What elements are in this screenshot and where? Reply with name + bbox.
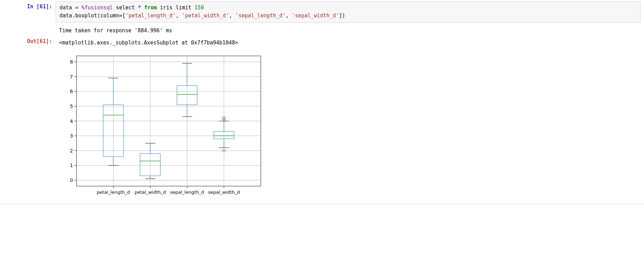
svg-text:petal_length_d: petal_length_d bbox=[97, 190, 130, 195]
output-cell: Out[61]: <matplotlib.axes._subplots.Axes… bbox=[0, 35, 644, 47]
cell-divider bbox=[0, 204, 644, 204]
svg-text:petal_width_d: petal_width_d bbox=[135, 190, 166, 195]
stdout-text: Time taken for response '884.996' ms bbox=[56, 24, 641, 35]
input-prompt: In [61]: bbox=[3, 1, 56, 10]
stdout-cell: Time taken for response '884.996' ms bbox=[0, 23, 644, 35]
plot-cell: 012345678petal_length_dpetal_width_dsepa… bbox=[0, 47, 644, 201]
svg-text:6: 6 bbox=[70, 89, 73, 94]
svg-text:4: 4 bbox=[70, 118, 73, 124]
code-line-2: data.boxplot(column=['petal_length_d', '… bbox=[59, 12, 637, 20]
input-cell: In [61]: data = %fusionsql select * from… bbox=[0, 0, 644, 23]
svg-text:2: 2 bbox=[70, 148, 73, 153]
boxplot-figure: 012345678petal_length_dpetal_width_dsepa… bbox=[56, 48, 268, 201]
svg-text:7: 7 bbox=[70, 74, 73, 80]
code-input[interactable]: data = %fusionsql select * from iris lim… bbox=[56, 1, 641, 23]
boxplot-svg: 012345678petal_length_dpetal_width_dsepa… bbox=[59, 52, 268, 198]
svg-text:5: 5 bbox=[70, 103, 73, 109]
svg-text:3: 3 bbox=[70, 133, 73, 139]
svg-text:1: 1 bbox=[70, 163, 73, 168]
svg-text:8: 8 bbox=[70, 59, 73, 65]
output-prompt: Out[61]: bbox=[3, 36, 56, 44]
svg-text:0: 0 bbox=[70, 177, 73, 183]
svg-text:sepal_length_d: sepal_length_d bbox=[170, 190, 204, 195]
code-line-1: data = %fusionsql select * from iris lim… bbox=[59, 4, 637, 12]
output-repr: <matplotlib.axes._subplots.AxesSubplot a… bbox=[56, 36, 641, 47]
svg-text:sepal_width_d: sepal_width_d bbox=[208, 190, 240, 195]
